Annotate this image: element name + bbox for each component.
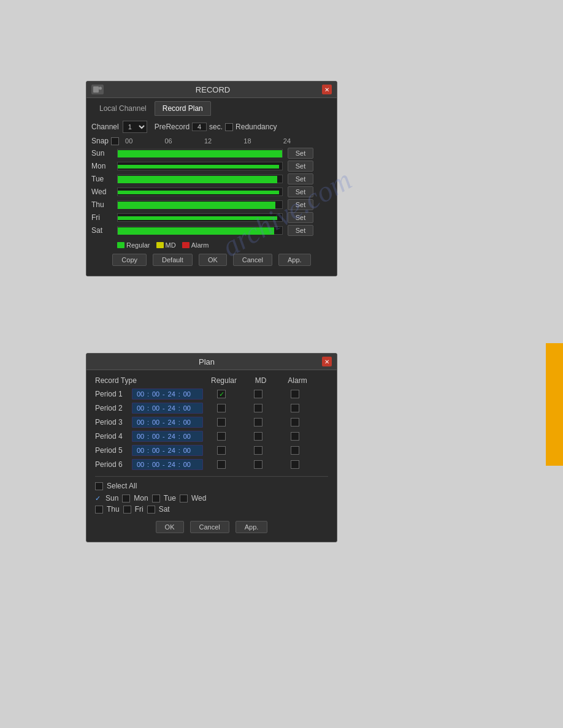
period-2-time[interactable]: 00 : 00 - 24 : 00: [132, 403, 203, 414]
day-wed-checkbox[interactable]: [180, 495, 188, 502]
day-wed-item: Wed: [191, 494, 206, 502]
day-tue-set-button[interactable]: Set: [288, 173, 313, 184]
period-1-time[interactable]: 00 : 00 - 24 : 00: [132, 389, 203, 400]
cancel-button[interactable]: Cancel: [233, 254, 272, 266]
period-2-md-checkbox[interactable]: [254, 404, 262, 412]
day-sun-item: Sun: [105, 494, 118, 502]
period-5-time[interactable]: 00 : 00 - 24 : 00: [132, 445, 203, 456]
period-4-time[interactable]: 00 : 00 - 24 : 00: [132, 431, 203, 442]
day-thu-set-button[interactable]: Set: [288, 199, 313, 210]
copy-button[interactable]: Copy: [112, 254, 147, 266]
redundancy-label: Redundancy: [236, 123, 277, 131]
period-2-md-cell: [240, 404, 277, 412]
period-6-label: Period 6: [95, 460, 132, 469]
legend-md-label: MD: [166, 241, 176, 249]
day-sun-bar: [117, 149, 283, 157]
plan-bottom-buttons: OK Cancel App.: [95, 516, 328, 536]
ok-button[interactable]: OK: [199, 254, 227, 266]
period-3-regular-checkbox[interactable]: [217, 418, 226, 427]
period-1-alarm-checkbox[interactable]: [291, 390, 299, 398]
record-close-button[interactable]: ✕: [322, 85, 332, 94]
plan-close-button[interactable]: ✕: [322, 357, 332, 366]
period-6-regular-cell: [203, 460, 240, 469]
tab-record-plan[interactable]: Record Plan: [155, 101, 211, 116]
period-5-md-checkbox[interactable]: [254, 446, 262, 455]
plan-title: Plan: [91, 357, 322, 366]
day-sat-checkbox[interactable]: [147, 506, 155, 514]
channel-select[interactable]: 1: [123, 121, 147, 133]
day-sat-set-button[interactable]: Set: [288, 225, 313, 236]
prerecord-input[interactable]: [192, 123, 207, 131]
day-tue-checkbox[interactable]: [152, 495, 160, 502]
period-6-time[interactable]: 00 : 00 - 24 : 00: [132, 459, 203, 470]
period-row-5: Period 5 00 : 00 - 24 : 00: [95, 445, 328, 456]
period-3-alarm-cell: [277, 418, 313, 427]
period-4-regular-checkbox[interactable]: [217, 432, 226, 441]
day-fri-label: Fri: [91, 213, 117, 222]
redundancy-checkbox[interactable]: [225, 123, 233, 131]
snap-label: Snap: [91, 137, 109, 145]
period-3-md-checkbox[interactable]: [254, 418, 262, 427]
day-mon-checkbox[interactable]: [122, 495, 130, 502]
period-2-regular-checkbox[interactable]: [217, 404, 226, 412]
period-4-regular-cell: [203, 432, 240, 441]
default-button[interactable]: Default: [153, 254, 193, 266]
day-fri-bar: [117, 213, 283, 222]
period-6-md-checkbox[interactable]: [254, 460, 262, 469]
day-wed-set-button[interactable]: Set: [288, 186, 313, 197]
period-3-time[interactable]: 00 : 00 - 24 : 00: [132, 417, 203, 428]
day-fri-green: [118, 216, 277, 220]
period-6-regular-checkbox[interactable]: [217, 460, 226, 469]
select-all-checkbox[interactable]: [95, 482, 103, 490]
tab-local-channel[interactable]: Local Channel: [91, 101, 155, 116]
period-row-3: Period 3 00 : 00 - 24 : 00: [95, 417, 328, 428]
snap-checkbox[interactable]: [111, 137, 119, 145]
day-mon-text: Mon: [134, 494, 148, 502]
day-fri-text: Fri: [135, 505, 144, 514]
days-section: Select All ✓ Sun Mon Tue Wed: [95, 476, 328, 514]
period-3-alarm-checkbox[interactable]: [291, 418, 299, 427]
day-sun-label: Sun: [91, 149, 117, 157]
select-all-label: Select All: [107, 482, 137, 490]
day-sat-label: Sat: [91, 226, 117, 235]
period-5-regular-checkbox[interactable]: [217, 446, 226, 455]
time-header: 00 06 12 18 24: [125, 137, 291, 145]
day-mon-set-button[interactable]: Set: [288, 161, 313, 172]
period-1-md-checkbox[interactable]: [254, 390, 262, 398]
period-1-regular-checkbox[interactable]: ✓: [217, 390, 226, 398]
legend-alarm: Alarm: [182, 241, 209, 249]
day-tue-green: [118, 176, 277, 183]
period-5-alarm-checkbox[interactable]: [291, 446, 299, 455]
plan-app-button[interactable]: App.: [236, 521, 268, 533]
period-4-alarm-cell: [277, 432, 313, 441]
period-6-md-cell: [240, 460, 277, 469]
period-3-md-cell: [240, 418, 277, 427]
day-sun-set-button[interactable]: Set: [288, 148, 313, 159]
day-fri-set-button[interactable]: Set: [288, 212, 313, 223]
legend-row: Regular MD Alarm: [91, 238, 332, 251]
day-wed-label: Wed: [91, 188, 117, 196]
yellow-sidebar: [546, 343, 563, 466]
record-tabs: Local Channel Record Plan: [86, 98, 337, 116]
col-md: MD: [242, 376, 279, 385]
day-sat-green: [118, 227, 274, 235]
period-4-alarm-checkbox[interactable]: [291, 432, 299, 441]
plan-ok-button[interactable]: OK: [156, 521, 184, 533]
period-5-alarm-cell: [277, 446, 313, 455]
period-3-regular-cell: [203, 418, 240, 427]
svg-point-1: [99, 87, 102, 90]
app-button[interactable]: App.: [278, 254, 311, 266]
day-thu-text: Thu: [107, 505, 120, 514]
plan-cancel-button[interactable]: Cancel: [190, 521, 229, 533]
period-1-end-h: 24: [166, 390, 177, 398]
period-6-alarm-checkbox[interactable]: [291, 460, 299, 469]
legend-alarm-icon: [182, 242, 190, 248]
day-fri-checkbox[interactable]: [123, 506, 131, 514]
period-1-md-cell: [240, 390, 277, 398]
legend-regular: Regular: [117, 241, 150, 249]
days-row-1: ✓ Sun Mon Tue Wed: [95, 494, 328, 502]
days-row-2: Thu Fri Sat: [95, 505, 328, 514]
period-2-alarm-checkbox[interactable]: [291, 404, 299, 412]
day-thu-checkbox[interactable]: [95, 506, 103, 514]
period-4-md-checkbox[interactable]: [254, 432, 262, 441]
